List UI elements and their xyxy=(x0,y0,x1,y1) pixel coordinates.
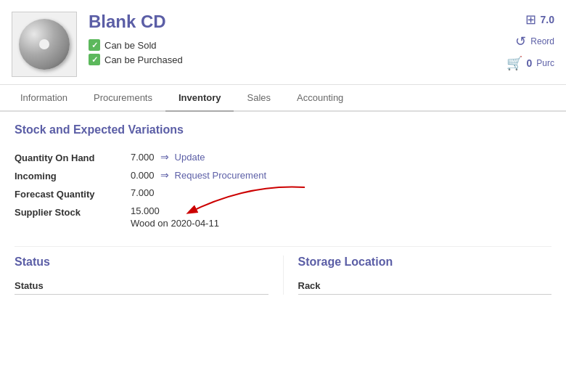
can-be-purchased-row: Can be Purchased xyxy=(89,54,499,65)
quantity-on-hand-value: 7.000 ⇒ Update xyxy=(131,151,551,163)
forecast-quantity-number: 7.000 xyxy=(131,187,155,198)
cart-icon: 🛒 xyxy=(506,55,522,71)
supplier-stock-label: Supplier Stock xyxy=(15,205,131,218)
supplier-stock-value: 15.000 xyxy=(131,205,551,216)
stock-section-title: Stock and Expected Variations xyxy=(15,123,551,136)
storage-section: Storage Location Rack xyxy=(284,256,552,295)
grid-icon: ⊞ xyxy=(525,12,536,28)
quantity-on-hand-label: Quantity On Hand xyxy=(15,151,131,163)
cd-visual xyxy=(19,19,70,70)
stock-data-table: Quantity On Hand 7.000 ⇒ Update Incoming… xyxy=(15,148,551,232)
purchase-stat[interactable]: 🛒 0 Purc xyxy=(506,55,554,71)
incoming-number: 0.000 xyxy=(131,170,155,181)
product-title: Blank CD xyxy=(89,12,499,32)
status-section: Status Status xyxy=(15,256,284,295)
can-be-sold-checkbox xyxy=(89,39,100,51)
tab-inventory[interactable]: Inventory xyxy=(165,85,234,112)
quantity-stat[interactable]: ⊞ 7.0 xyxy=(525,12,554,28)
purchase-label: Purc xyxy=(536,58,554,68)
tab-sales[interactable]: Sales xyxy=(234,85,284,112)
forecast-quantity-row: Forecast Quantity 7.000 xyxy=(15,184,551,203)
supplier-stock-value-container: 15.000 Wood on 2020-04-11 xyxy=(131,205,551,229)
rack-divider xyxy=(298,294,552,295)
status-section-title: Status xyxy=(15,256,268,269)
wood-note: Wood on 2020-04-11 xyxy=(131,218,551,229)
quantity-arrow: ⇒ xyxy=(160,151,169,163)
reorder-label: Reord xyxy=(530,36,554,46)
quantity-on-hand-row: Quantity On Hand 7.000 ⇒ Update xyxy=(15,148,551,166)
rack-label: Rack xyxy=(298,280,552,291)
forecast-quantity-label: Forecast Quantity xyxy=(15,187,131,200)
purchase-count: 0 xyxy=(527,57,533,69)
tab-procurements[interactable]: Procurements xyxy=(81,85,165,112)
quantity-value: 7.0 xyxy=(541,14,554,25)
can-be-purchased-label: Can be Purchased xyxy=(104,54,183,65)
product-info: Blank CD Can be Sold Can be Purchased xyxy=(89,12,499,68)
product-image xyxy=(12,12,77,77)
incoming-value: 0.000 ⇒ Request Procurement xyxy=(131,169,551,181)
quantity-on-hand-number: 7.000 xyxy=(131,152,155,163)
tab-information[interactable]: Information xyxy=(7,85,81,112)
status-field-label: Status xyxy=(15,280,268,291)
can-be-purchased-checkbox xyxy=(89,54,100,65)
page-wrapper: Blank CD Can be Sold Can be Purchased ⊞ … xyxy=(0,0,566,392)
storage-section-title: Storage Location xyxy=(298,256,552,269)
product-stats: ⊞ 7.0 ↺ Reord 🛒 0 Purc xyxy=(499,12,554,71)
product-header: Blank CD Can be Sold Can be Purchased ⊞ … xyxy=(0,0,566,85)
supplier-stock-row: Supplier Stock 15.000 Wood o xyxy=(15,203,551,232)
incoming-label: Incoming xyxy=(15,169,131,181)
supplier-stock-number: 15.000 xyxy=(131,205,160,216)
incoming-arrow: ⇒ xyxy=(160,169,169,181)
tabs-bar: Information Procurements Inventory Sales… xyxy=(0,85,566,112)
status-divider xyxy=(15,294,268,295)
forecast-quantity-value: 7.000 xyxy=(131,187,551,198)
can-be-sold-label: Can be Sold xyxy=(104,40,157,51)
refresh-icon: ↺ xyxy=(515,33,526,49)
tab-accounting[interactable]: Accounting xyxy=(284,85,356,112)
bottom-sections: Status Status Storage Location Rack xyxy=(15,246,551,295)
reorder-stat[interactable]: ↺ Reord xyxy=(515,33,554,49)
can-be-sold-row: Can be Sold xyxy=(89,39,499,51)
request-procurement-link[interactable]: Request Procurement xyxy=(175,170,266,181)
main-content: Stock and Expected Variations Quantity O… xyxy=(0,112,566,306)
update-link[interactable]: Update xyxy=(175,152,205,163)
incoming-row: Incoming 0.000 ⇒ Request Procurement xyxy=(15,166,551,184)
